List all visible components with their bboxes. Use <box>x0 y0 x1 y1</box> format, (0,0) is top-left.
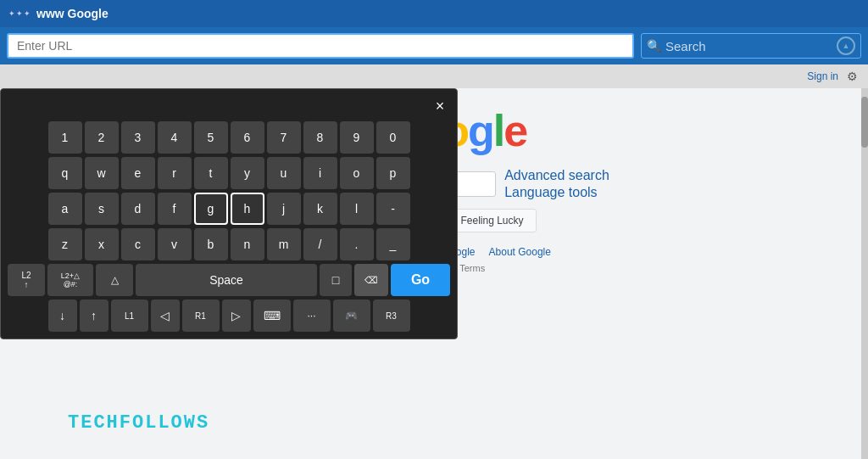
key-r3[interactable]: R3 <box>373 299 410 332</box>
key-e[interactable]: e <box>121 157 155 189</box>
backspace-key[interactable]: ⌫ <box>354 264 388 296</box>
key-6[interactable]: 6 <box>231 121 264 154</box>
key-3[interactable]: 3 <box>121 121 155 154</box>
key-p[interactable]: p <box>376 157 410 189</box>
key-l2-at[interactable]: L2+△@#: <box>47 264 93 296</box>
key-q[interactable]: q <box>48 157 82 189</box>
key-a[interactable]: a <box>48 193 82 225</box>
search-icon: 🔍 <box>647 39 661 53</box>
control-row: ↓ ↑ L1 ◁ R1 ▷ ⌨ ··· 🎮 R3 <box>8 299 450 332</box>
key-k[interactable]: k <box>303 193 337 225</box>
key-left[interactable]: ◁ <box>151 299 180 332</box>
zxcv-row: z x c v b n m / . _ <box>8 228 450 260</box>
key-5[interactable]: 5 <box>194 121 228 154</box>
key-x[interactable]: x <box>85 228 119 260</box>
logo-e: e <box>504 106 526 155</box>
key-g[interactable]: g <box>194 193 228 225</box>
advanced-search-link[interactable]: Advanced search <box>504 168 609 183</box>
key-j[interactable]: j <box>267 193 301 225</box>
keyboard-rows: 1 2 3 4 5 6 7 8 9 0 q w e r t y u i <box>8 121 450 332</box>
scrollbar[interactable] <box>861 88 868 459</box>
virtual-keyboard: × 1 2 3 4 5 6 7 8 9 0 q w e r t <box>0 88 458 339</box>
title-bar: ✦✦✦ www Google <box>0 0 868 27</box>
qwerty-row: q w e r t y u i o p <box>8 157 450 189</box>
main-content: google Advanced search Language tools Go… <box>0 88 868 459</box>
keyboard-close-button[interactable]: × <box>430 96 450 116</box>
key-l2[interactable]: L2↑ <box>8 264 45 296</box>
key-l[interactable]: l <box>340 193 374 225</box>
key-b[interactable]: b <box>194 228 228 260</box>
gear-icon[interactable]: ⚙ <box>847 70 858 83</box>
browser-title: www Google <box>36 7 108 20</box>
key-2[interactable]: 2 <box>85 121 119 154</box>
search-input[interactable] <box>665 39 832 53</box>
url-input[interactable] <box>7 33 634 59</box>
number-row: 1 2 3 4 5 6 7 8 9 0 <box>8 121 450 154</box>
search-bar-container: 🔍 <box>641 33 861 59</box>
key-triangle[interactable]: △ <box>96 264 133 296</box>
key-dot[interactable]: . <box>340 228 374 260</box>
sign-in-bar: Sign in ⚙ <box>0 64 868 88</box>
browser-favicon: ✦✦✦ <box>8 9 31 18</box>
key-underscore[interactable]: _ <box>376 228 410 260</box>
keyboard-header: × <box>8 96 450 116</box>
key-y[interactable]: y <box>231 157 264 189</box>
asdf-row: a s d f g h j k l - <box>8 193 450 225</box>
footer-link-about-google[interactable]: About Google <box>489 246 551 258</box>
key-0[interactable]: 0 <box>376 121 410 154</box>
favicon-stars: ✦✦✦ <box>8 9 31 18</box>
key-right[interactable]: ▷ <box>222 299 251 332</box>
key-dash[interactable]: - <box>376 193 410 225</box>
advanced-links: Advanced search Language tools <box>504 168 609 200</box>
key-l1[interactable]: L1 <box>111 299 148 332</box>
scrollbar-thumb[interactable] <box>861 97 868 148</box>
key-i[interactable]: i <box>303 157 337 189</box>
modifier-row: L2↑ L2+△@#: △ Space □ ⌫ Go <box>8 264 450 296</box>
key-dots[interactable]: ··· <box>293 299 331 332</box>
key-gamepad[interactable]: 🎮 <box>333 299 370 332</box>
key-w[interactable]: w <box>85 157 119 189</box>
techfollows-watermark: TECHFOLLOWS <box>68 412 209 434</box>
key-s[interactable]: s <box>85 193 119 225</box>
logo-g2: g <box>468 106 493 155</box>
key-d[interactable]: d <box>121 193 155 225</box>
key-r[interactable]: r <box>158 157 192 189</box>
key-9[interactable]: 9 <box>340 121 374 154</box>
key-t[interactable]: t <box>194 157 228 189</box>
key-h[interactable]: h <box>231 193 264 225</box>
key-f[interactable]: f <box>158 193 192 225</box>
logo-l: l <box>493 106 504 155</box>
key-keyboard[interactable]: ⌨ <box>253 299 291 332</box>
key-c[interactable]: c <box>121 228 155 260</box>
key-down[interactable]: ↓ <box>48 299 77 332</box>
language-tools-link[interactable]: Language tools <box>504 185 609 200</box>
triangle-button[interactable] <box>837 36 855 55</box>
key-up[interactable]: ↑ <box>80 299 108 332</box>
key-r1[interactable]: R1 <box>182 299 220 332</box>
key-m[interactable]: m <box>267 228 301 260</box>
key-v[interactable]: v <box>158 228 192 260</box>
key-square[interactable]: □ <box>320 264 352 296</box>
key-n[interactable]: n <box>231 228 264 260</box>
key-7[interactable]: 7 <box>267 121 301 154</box>
key-8[interactable]: 8 <box>303 121 337 154</box>
nav-bar: 🔍 <box>0 27 868 64</box>
key-1[interactable]: 1 <box>48 121 82 154</box>
key-4[interactable]: 4 <box>158 121 192 154</box>
key-o[interactable]: o <box>340 157 374 189</box>
go-key[interactable]: Go <box>391 264 450 296</box>
sign-in-link[interactable]: Sign in <box>807 70 838 82</box>
key-slash[interactable]: / <box>303 228 337 260</box>
space-key[interactable]: Space <box>136 264 317 296</box>
key-u[interactable]: u <box>267 157 301 189</box>
key-z[interactable]: z <box>48 228 82 260</box>
